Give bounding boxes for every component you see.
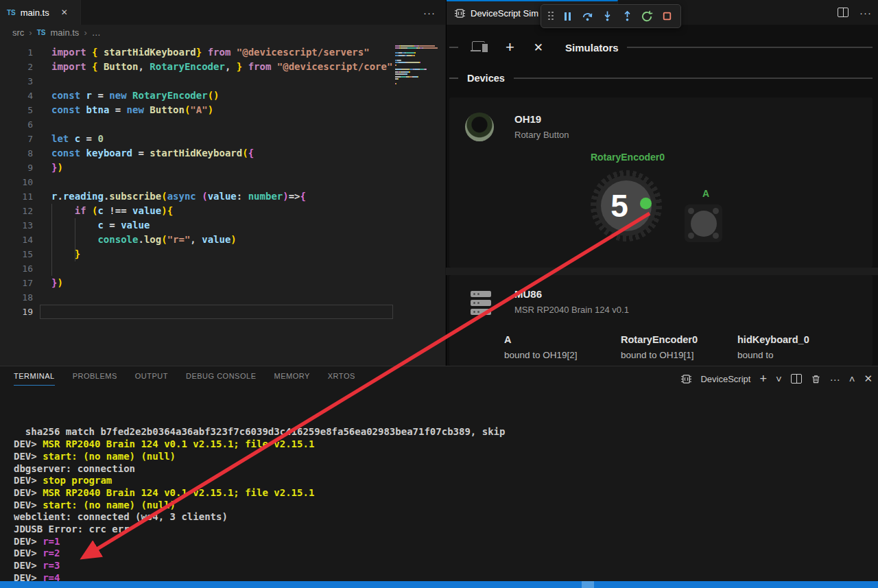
collapse-dash-icon	[449, 78, 458, 79]
terminal-line: DEV> MSR RP2040 Brain 124 v0.1 v2.15.1; …	[14, 487, 505, 499]
devices-header: Devices	[449, 70, 873, 86]
indent-guide	[51, 204, 52, 276]
panel-tab-xrtos[interactable]: XRTOS	[328, 372, 355, 386]
device-description: MSR RP2040 Brain 124 v0.1	[514, 305, 629, 315]
code-line: 2import { Button, RotaryEncoder, } from …	[0, 60, 445, 74]
tab-label: main.ts	[21, 8, 49, 18]
code-editor[interactable]: 1import { startHidKeyboard} from "@devic…	[0, 40, 445, 366]
simulators-legend: Simulators	[565, 42, 619, 54]
code-line: 8const keyboard = startHidKeyboard({	[0, 146, 445, 161]
devices-icon[interactable]	[472, 41, 489, 54]
devicescript-chip-icon	[455, 8, 465, 19]
device-description: Rotary Button	[514, 130, 569, 140]
terminal-line: sha256 match b7fed2e2b0364a36abf323f7c60…	[14, 426, 505, 438]
editor-group-left: TS main.ts ✕ ··· src › TS main.ts › … 1i…	[0, 0, 445, 366]
typescript-file-icon: TS	[37, 29, 46, 36]
code-line: 6	[0, 117, 445, 132]
bottom-panel: TERMINALPROBLEMSOUTPUTDEBUG CONSOLEMEMOR…	[0, 366, 878, 581]
device-name: MU86	[514, 288, 542, 300]
device-card-mu86: MU86 MSR RP2040 Brain 124 v0.1 Abound to…	[449, 275, 873, 366]
devicescript-chip-icon	[681, 374, 691, 384]
rotary-position-dot	[640, 198, 652, 209]
stop-button[interactable]	[660, 9, 674, 24]
panel-actions: DeviceScript + ˅ ··· ˄ ✕	[681, 371, 873, 387]
code-line: 12 if (c !== value){	[0, 204, 445, 218]
code-line: 10	[0, 175, 445, 189]
panel-more-actions-icon[interactable]: ···	[830, 373, 840, 385]
kill-terminal-icon[interactable]	[811, 374, 821, 384]
close-simulators-icon[interactable]: ✕	[534, 40, 543, 55]
code-line: 18	[0, 290, 445, 305]
code-line: 3	[0, 74, 445, 89]
close-panel-icon[interactable]: ✕	[864, 373, 873, 385]
service-binding: Abound to OH19[2]	[504, 334, 621, 360]
code-line: 14 console.log("r=", value)	[0, 233, 445, 247]
terminal-line: DEV> r=1	[14, 536, 505, 548]
terminal-output[interactable]: sha256 match b7fed2e2b0364a36abf323f7c60…	[14, 402, 505, 588]
terminal-line: DEV> r=3	[14, 560, 505, 572]
new-terminal-icon[interactable]: +	[759, 372, 767, 386]
editor-more-actions-icon[interactable]: ···	[423, 7, 445, 19]
breadcrumb-symbol[interactable]: …	[92, 27, 101, 38]
panel-tab-debug-console[interactable]: DEBUG CONSOLE	[186, 372, 256, 386]
code-line: 7let c = 0	[0, 132, 445, 146]
add-simulator-icon[interactable]: +	[506, 40, 514, 55]
terminal-line: webclient: connected (ws4, 3 clients)	[14, 511, 505, 524]
service-binding: RotaryEncoder0bound to OH19[1]	[621, 334, 737, 360]
terminal-line: DEV> MSR RP2040 Brain 124 v0.1 v2.15.1; …	[14, 438, 505, 451]
restart-button[interactable]	[640, 9, 654, 24]
simulators-toolbar: + ✕ Simulators	[449, 37, 873, 58]
chevron-right-icon: ›	[84, 27, 86, 38]
service-bindings: Abound to OH19[2]RotaryEncoder0bound to …	[504, 334, 854, 360]
code-line: 11r.reading.subscribe(async (value: numb…	[0, 189, 445, 204]
code-line: 15 }	[0, 247, 445, 261]
editor-tabbar: TS main.ts ✕ ···	[0, 0, 445, 25]
code-line: 17})	[0, 276, 445, 290]
step-out-button[interactable]	[620, 9, 634, 24]
close-icon[interactable]: ✕	[61, 8, 68, 17]
status-bar-strip	[0, 581, 878, 588]
code-line: 1import { startHidKeyboard} from "@devic…	[0, 45, 445, 60]
panel-tabs: TERMINALPROBLEMSOUTPUTDEBUG CONSOLEMEMOR…	[14, 372, 355, 386]
device-card-oh19: OH19 Rotary Button RotaryEncoder0 5 A	[449, 97, 873, 268]
step-over-button[interactable]	[580, 9, 594, 24]
maximize-panel-icon[interactable]: ˄	[849, 373, 855, 385]
vscode-window: TS main.ts ✕ ··· src › TS main.ts › … 1i…	[0, 0, 878, 588]
code-line: 16	[0, 261, 445, 276]
split-editor-icon[interactable]	[838, 8, 849, 17]
terminal-line: dbgserver: connection	[14, 463, 505, 475]
tab-main-ts[interactable]: TS main.ts ✕	[0, 0, 81, 25]
button-a-widget[interactable]	[685, 204, 722, 242]
code-line: 9})	[0, 161, 445, 175]
terminal-lines: sha256 match b7fed2e2b0364a36abf323f7c60…	[14, 426, 505, 588]
code-line: 19	[0, 305, 445, 319]
terminal-line: DEV> start: (no name) (null)	[14, 451, 505, 463]
collapse-dash-icon	[449, 47, 458, 48]
brain-device-icon	[471, 291, 491, 318]
chevron-right-icon: ›	[29, 27, 32, 38]
code-line: 13 c = value	[0, 218, 445, 233]
panel-tab-terminal[interactable]: TERMINAL	[14, 372, 55, 386]
pause-button[interactable]	[560, 9, 574, 24]
step-into-button[interactable]	[600, 9, 614, 24]
editor-more-actions-icon[interactable]: ···	[859, 7, 872, 19]
indent-guide	[75, 218, 75, 261]
split-terminal-icon[interactable]	[791, 374, 802, 384]
device-name: OH19	[514, 113, 541, 125]
chevron-down-icon[interactable]: ˅	[776, 373, 782, 385]
code-lines: 1import { startHidKeyboard} from "@devic…	[0, 45, 445, 319]
panel-tab-memory[interactable]: MEMORY	[274, 372, 309, 386]
terminal-profile-label: DeviceScript	[700, 374, 750, 384]
breadcrumb-file[interactable]: main.ts	[50, 27, 79, 38]
typescript-file-icon: TS	[7, 9, 16, 16]
panel-tab-problems[interactable]: PROBLEMS	[73, 372, 117, 386]
button-a-label: A	[689, 188, 723, 199]
drag-grip-icon[interactable]	[548, 12, 554, 21]
terminal-line: JDUSB Error: crc err	[14, 524, 505, 536]
device-photo-oh19	[465, 113, 494, 141]
breadcrumb-folder[interactable]: src	[12, 27, 24, 38]
minimap[interactable]	[394, 44, 438, 91]
terminal-line: DEV> stop program	[14, 475, 505, 487]
panel-tab-output[interactable]: OUTPUT	[135, 372, 168, 386]
breadcrumb[interactable]: src › TS main.ts › …	[0, 25, 445, 40]
